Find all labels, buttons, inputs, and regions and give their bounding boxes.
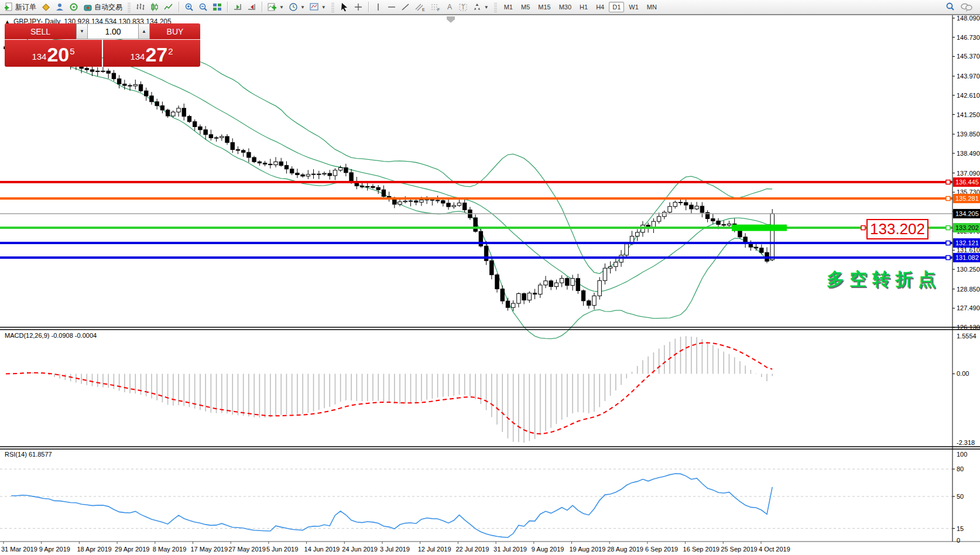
- signals-button[interactable]: [67, 2, 81, 12]
- candle-body: [566, 278, 569, 285]
- turning-point-annotation[interactable]: 多空转折点: [827, 268, 941, 292]
- profile-button[interactable]: [53, 2, 67, 12]
- fibonacci-button[interactable]: F: [428, 2, 443, 12]
- zoom-out-button[interactable]: [196, 2, 210, 12]
- price-tick-label: 148.090: [957, 15, 980, 22]
- line-chart-icon: [164, 2, 173, 12]
- date-tick-label: 12 Jul 2019: [418, 546, 451, 553]
- indicators-button[interactable]: ▼: [265, 2, 286, 12]
- candle-body: [360, 186, 364, 187]
- timeframe-mn[interactable]: MN: [643, 2, 660, 12]
- chat-button[interactable]: [958, 2, 975, 12]
- cursor-button[interactable]: [337, 2, 351, 12]
- toolbar-grip-2[interactable]: [331, 2, 334, 12]
- candle-body: [403, 201, 407, 201]
- tile-windows-button[interactable]: [210, 2, 224, 12]
- date-tick-label: 31 Mar 2019: [1, 546, 37, 553]
- chat-icon: [960, 2, 973, 12]
- volume-up-button[interactable]: ▲: [138, 23, 150, 39]
- price-tick-label: 145.370: [957, 53, 980, 60]
- candle-body: [398, 202, 402, 204]
- date-tick-label: 9 Apr 2019: [39, 546, 70, 553]
- candle-body: [506, 301, 509, 307]
- toolbar-grip-3[interactable]: [494, 2, 497, 12]
- price-tick-label: 139.850: [957, 131, 980, 138]
- market-watch-button[interactable]: [39, 2, 53, 12]
- search-button[interactable]: [943, 2, 958, 12]
- timeframe-h1[interactable]: H1: [576, 2, 591, 12]
- timeframe-m15[interactable]: M15: [534, 2, 554, 12]
- sell-price-prefix: 134: [32, 49, 46, 64]
- date-tick-label: 14 Jun 2019: [304, 546, 340, 553]
- macd-axis-max: 1.5554: [957, 333, 976, 340]
- rsi-axis-0: 0: [957, 537, 960, 544]
- date-tick-label: 17 May 2019: [191, 546, 228, 553]
- templates-button[interactable]: ▼: [307, 2, 328, 12]
- new-order-button[interactable]: 新订单: [2, 2, 39, 12]
- chart-autoscroll-button[interactable]: [231, 2, 245, 12]
- candle-body: [717, 221, 720, 224]
- zoom-in-button[interactable]: [182, 2, 196, 12]
- zoom-in-icon: [184, 2, 194, 12]
- candle-chart-button[interactable]: [148, 2, 162, 12]
- timeframe-m1[interactable]: M1: [501, 2, 516, 12]
- date-tick-label: 31 Jul 2019: [494, 546, 527, 553]
- annotation-anchor-marker[interactable]: [861, 226, 865, 230]
- highlight-bar[interactable]: [732, 225, 787, 231]
- candle-body: [150, 96, 153, 102]
- candle-body: [673, 202, 677, 206]
- candle-body: [603, 268, 606, 280]
- candle-body: [576, 279, 580, 291]
- channel-button[interactable]: E: [413, 2, 428, 12]
- rsi-axis-50: 50: [957, 493, 964, 500]
- price-axis[interactable]: 148.090146.730145.370143.970142.610141.2…: [952, 15, 980, 542]
- candle-body: [209, 135, 213, 138]
- volume-field[interactable]: 1.00: [88, 23, 138, 39]
- volume-down-button[interactable]: ▼: [76, 23, 88, 39]
- bar-chart-icon: [136, 2, 145, 12]
- candle-body: [382, 190, 385, 196]
- timeframe-d1[interactable]: D1: [609, 2, 624, 12]
- trendline-button[interactable]: [399, 2, 413, 12]
- date-axis[interactable]: 31 Mar 20199 Apr 201918 Apr 201929 Apr 2…: [1, 542, 790, 553]
- label-button[interactable]: T: [456, 2, 470, 12]
- vline-button[interactable]: [372, 2, 385, 12]
- chart-shift-button[interactable]: [245, 2, 259, 12]
- auto-trading-icon: [83, 2, 92, 12]
- candle-body: [738, 231, 742, 237]
- timeframe-w1[interactable]: W1: [625, 2, 642, 12]
- price-tick-label: 146.730: [957, 34, 980, 41]
- candle-body: [560, 278, 563, 283]
- timeframe-m5[interactable]: M5: [518, 2, 533, 12]
- auto-trading-button[interactable]: 自动交易: [81, 2, 125, 12]
- timeframe-h4[interactable]: H4: [592, 2, 608, 12]
- shapes-button[interactable]: ▼: [470, 2, 491, 12]
- candle-body: [306, 174, 310, 176]
- buy-button[interactable]: BUY: [150, 23, 200, 39]
- candle-body: [366, 186, 369, 187]
- candle-chart-icon: [150, 2, 159, 12]
- rsi-line: [11, 474, 772, 537]
- auto-trading-label: 自动交易: [94, 2, 122, 12]
- periods-button[interactable]: ▼: [286, 2, 307, 12]
- crosshair-button[interactable]: [351, 2, 365, 12]
- candle-body: [684, 203, 688, 205]
- timeframe-m30[interactable]: M30: [556, 2, 575, 12]
- text-button[interactable]: A: [443, 2, 456, 12]
- chart-shift-marker[interactable]: [447, 16, 455, 23]
- candle-body: [323, 173, 326, 174]
- candle-body: [220, 136, 224, 138]
- candle-body: [290, 169, 293, 173]
- bar-chart-button[interactable]: [133, 2, 148, 12]
- sell-price-display[interactable]: 134 20 5: [5, 40, 102, 67]
- hline-button[interactable]: [385, 2, 399, 12]
- line-chart-button[interactable]: [162, 2, 176, 12]
- templates-icon: [310, 2, 319, 12]
- rsi-pane: [0, 469, 952, 537]
- sell-button[interactable]: SELL: [5, 23, 76, 39]
- price-annotation-box[interactable]: 133.202: [866, 219, 928, 239]
- level-end-marker: [946, 197, 950, 201]
- toolbar-grip[interactable]: [128, 2, 131, 12]
- buy-price-display[interactable]: 134 27 2: [103, 40, 200, 67]
- candle-body: [420, 200, 423, 203]
